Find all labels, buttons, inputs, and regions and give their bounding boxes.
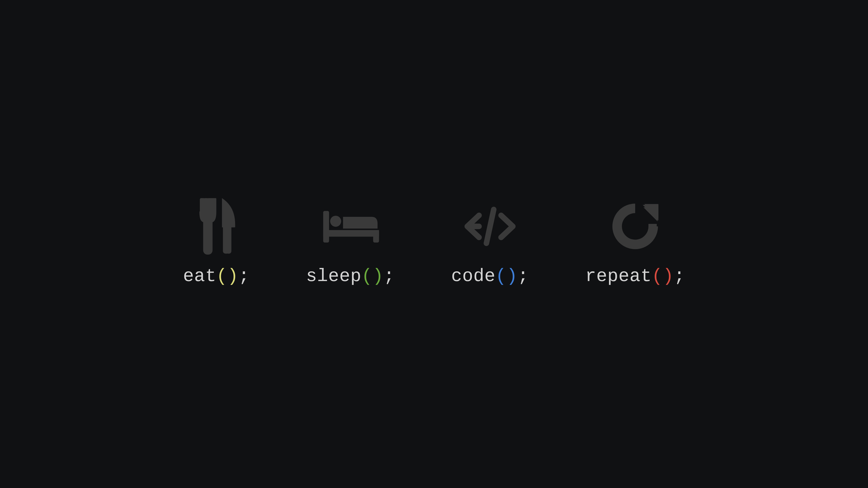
semicolon: ; xyxy=(383,266,395,287)
item-repeat: repeat(); xyxy=(585,197,685,287)
item-sleep: sleep(); xyxy=(306,197,395,287)
svg-rect-1 xyxy=(205,198,209,213)
fn-name: code xyxy=(451,266,495,287)
fn-name: sleep xyxy=(306,266,362,287)
svg-rect-2 xyxy=(210,198,214,213)
parens: () xyxy=(495,266,518,287)
svg-rect-3 xyxy=(323,211,329,242)
item-code: code(); xyxy=(451,197,529,287)
svg-point-4 xyxy=(330,216,341,227)
parens: () xyxy=(362,266,383,287)
wallpaper-container: eat(); sleep(); code(); xyxy=(183,197,685,287)
code-icon xyxy=(461,197,520,256)
fn-name: repeat xyxy=(585,266,652,287)
item-eat: eat(); xyxy=(183,197,250,287)
parens: () xyxy=(216,266,239,287)
bed-icon xyxy=(321,197,380,256)
semicolon: ; xyxy=(518,266,529,287)
food-icon xyxy=(187,197,246,256)
svg-line-7 xyxy=(486,209,494,243)
svg-rect-5 xyxy=(323,230,379,236)
refresh-icon xyxy=(606,197,664,256)
semicolon: ; xyxy=(239,266,250,287)
label-sleep: sleep(); xyxy=(306,266,395,287)
parens: () xyxy=(652,266,674,287)
label-code: code(); xyxy=(451,266,529,287)
label-repeat: repeat(); xyxy=(585,266,685,287)
fn-name: eat xyxy=(183,266,216,287)
svg-rect-0 xyxy=(200,198,203,213)
svg-rect-6 xyxy=(373,230,379,242)
semicolon: ; xyxy=(674,266,685,287)
label-eat: eat(); xyxy=(183,266,250,287)
